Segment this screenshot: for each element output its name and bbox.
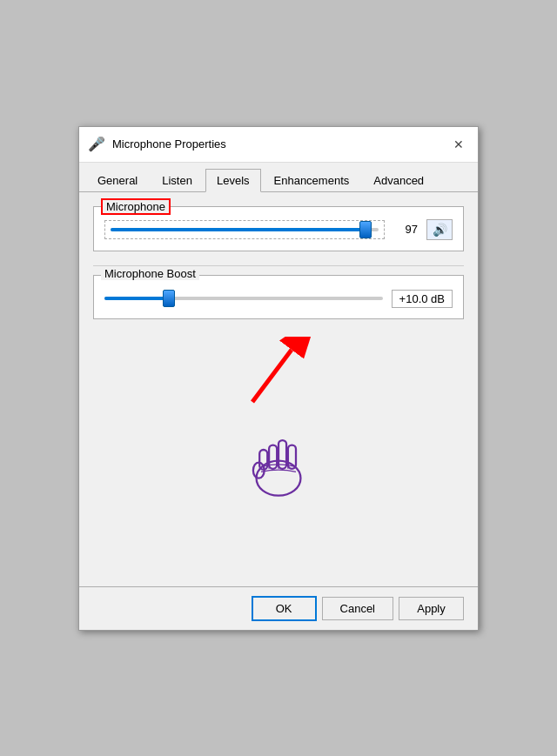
microphone-slider-row: 97 🔊 (104, 219, 453, 240)
dialog-footer: OK Cancel Apply (79, 586, 478, 630)
dialog-window: 🎤 Microphone Properties ✕ General Listen… (78, 126, 479, 631)
app-icon: 🎤 (88, 136, 105, 152)
ok-button[interactable]: OK (252, 596, 317, 621)
microphone-label: Microphone (101, 198, 171, 215)
cancel-button[interactable]: Cancel (322, 597, 393, 620)
tab-content: Microphone 97 🔊 Microphone Boost (79, 192, 478, 586)
microphone-slider-fill (111, 228, 366, 231)
microphone-slider-thumb[interactable] (359, 221, 372, 238)
annotation-arrow (93, 337, 464, 406)
tab-levels[interactable]: Levels (205, 169, 261, 192)
tab-general[interactable]: General (86, 169, 149, 192)
boost-slider-row: +10.0 dB (104, 290, 453, 308)
svg-line-1 (252, 350, 292, 402)
tab-advanced[interactable]: Advanced (362, 169, 435, 192)
speaker-icon: 🔊 (433, 223, 447, 237)
title-bar: 🎤 Microphone Properties ✕ (79, 127, 478, 163)
close-button[interactable]: ✕ (448, 134, 469, 155)
microphone-slider-wrapper (104, 220, 385, 239)
apply-button[interactable]: Apply (399, 597, 464, 620)
boost-slider-container (104, 297, 383, 300)
window-title: Microphone Properties (112, 137, 226, 151)
microphone-section: Microphone 97 🔊 (93, 206, 464, 251)
tab-listen[interactable]: Listen (151, 169, 204, 192)
section-divider (93, 265, 464, 266)
title-bar-left: 🎤 Microphone Properties (88, 136, 226, 152)
boost-slider-track[interactable] (104, 297, 383, 300)
hand-cursor-annotation (93, 415, 464, 502)
boost-label: Microphone Boost (101, 267, 199, 280)
tab-enhancements[interactable]: Enhancements (263, 169, 361, 192)
hand-svg (239, 415, 318, 502)
boost-slider-fill (104, 297, 169, 300)
boost-slider-thumb[interactable] (163, 290, 175, 307)
boost-section: Microphone Boost +10.0 dB (93, 275, 464, 319)
mute-button[interactable]: 🔊 (426, 219, 453, 240)
microphone-value: 97 (393, 223, 418, 236)
microphone-slider-track[interactable] (111, 228, 379, 231)
tab-bar: General Listen Levels Enhancements Advan… (79, 163, 478, 192)
red-arrow-svg (235, 337, 322, 406)
boost-value: +10.0 dB (392, 290, 453, 308)
